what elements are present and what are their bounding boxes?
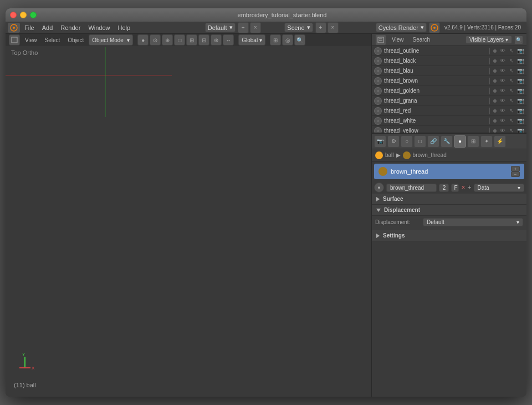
cursor-icon[interactable]: ↖ [508,127,515,133]
menu-render[interactable]: Render [57,23,84,32]
prop-object-icon[interactable]: □ [414,135,426,148]
outliner-view-btn[interactable]: View [388,36,407,43]
mat-remove-btn[interactable]: − [511,171,520,177]
menu-add[interactable]: Add [39,23,57,32]
viewport[interactable]: View Select Object Object Mode ▾ ● ⊙ ⊕ □… [6,34,371,397]
outliner-list[interactable]: ○ thread_outline 👁 ↖ 📷 ○ thread_black [372,46,526,133]
viewport-icon[interactable] [9,34,20,45]
cursor-icon[interactable]: ↖ [508,57,515,65]
outliner-item-thread-outline[interactable]: ○ thread_outline 👁 ↖ 📷 [372,46,526,56]
outliner-item-thread-blau[interactable]: ○ thread_blau 👁 ↖ 📷 [372,66,526,76]
eye-icon[interactable]: 👁 [499,127,507,133]
cursor-icon[interactable]: ↖ [508,47,515,55]
prop-particle-icon[interactable]: ✦ [480,135,493,148]
eye-icon[interactable]: 👁 [499,87,507,95]
menu-file[interactable]: File [21,23,38,32]
viewport-select-btn[interactable]: Select [42,37,63,44]
cursor-icon[interactable]: ↖ [508,117,515,125]
outliner-search-btn[interactable]: Search [410,36,434,43]
mat-data-dropdown[interactable]: Data ▾ [474,184,524,192]
viewport-btn-1[interactable]: ● [137,34,149,45]
close-button[interactable] [10,12,17,18]
mat-f-field[interactable]: F [451,184,459,192]
eye-icon[interactable]: 👁 [499,57,507,65]
surface-section-header[interactable]: Surface [372,194,526,205]
render-icon[interactable]: 📷 [516,107,524,115]
outliner-item-thread-white[interactable]: ○ thread_white 👁 ↖ 📷 [372,116,526,126]
prop-render-icon[interactable]: 📷 [374,135,386,148]
viewport-btn-3[interactable]: ⊕ [162,34,173,45]
render-icon[interactable]: 📷 [516,47,524,55]
cursor-icon[interactable]: ↖ [508,97,515,105]
eye-icon[interactable]: 👁 [499,47,507,55]
prop-constraint-icon[interactable]: 🔗 [427,135,439,148]
prop-material-icon[interactable]: ● [454,135,466,148]
eye-icon[interactable]: 👁 [499,77,507,85]
viewport-btn-5[interactable]: ⊞ [186,34,197,45]
scene-selector[interactable]: Scene ▾ [284,23,313,32]
prop-world-icon[interactable]: ○ [401,135,413,148]
render-icon[interactable]: 📷 [516,67,524,75]
maximize-button[interactable] [30,12,37,18]
viewport-btn-6[interactable]: ⊟ [198,34,209,45]
menu-help[interactable]: Help [115,23,134,32]
menu-window[interactable]: Window [85,23,113,32]
eye-icon[interactable]: 👁 [499,117,507,125]
mat-plus-btn[interactable]: + [468,184,472,191]
outliner-item-thread-red[interactable]: ○ thread_red 👁 ↖ 📷 [372,106,526,116]
viewport-btn-7[interactable]: ⊛ [211,34,222,45]
outliner-item-thread-grana[interactable]: ○ thread_grana 👁 ↖ 📷 [372,96,526,106]
render-icon[interactable]: 📷 [516,97,524,105]
viewport-btn-8[interactable]: ↔ [223,34,234,45]
global-selector[interactable]: Global ▾ [238,34,265,45]
mat-num-field[interactable]: 2 [439,184,449,192]
render-icon[interactable]: 📷 [516,117,524,125]
outliner-search-icon[interactable]: 🔍 [514,36,523,44]
mat-name-field[interactable]: brown_thread [386,184,437,192]
viewport-view-btn[interactable]: View [22,37,40,44]
prop-modifier-icon[interactable]: 🔧 [441,135,453,148]
viewport-extra-3[interactable]: 🔍 [294,34,305,45]
cursor-icon[interactable]: ↖ [508,77,515,85]
prop-texture-icon[interactable]: ⊞ [467,135,479,148]
layout-selector[interactable]: Default ▾ [205,23,236,32]
mode-selector[interactable]: Object Mode ▾ [89,34,133,45]
prop-scene-icon[interactable]: ⚙ [387,135,400,148]
cursor-icon[interactable]: ↖ [508,107,515,115]
render-icon[interactable]: 📷 [516,77,524,85]
minimize-button[interactable] [20,12,27,18]
blender-icon[interactable] [8,23,20,33]
viewport-object-btn[interactable]: Object [65,37,86,44]
render-icon[interactable]: 📷 [516,57,524,65]
visible-layers-btn[interactable]: Visible Layers ▾ [466,36,512,44]
material-slot-item[interactable]: brown_thread + − [374,164,524,179]
outliner-item-thread-black[interactable]: ○ thread_black 👁 ↖ 📷 [372,56,526,66]
viewport-btn-2[interactable]: ⊙ [150,34,161,45]
viewport-btn-4[interactable]: □ [174,34,185,45]
prop-physics-icon[interactable]: ⚡ [494,135,506,148]
render-icon[interactable]: 📷 [516,127,524,133]
viewport-extra-1[interactable]: ⊞ [270,34,281,45]
outliner-item-thread-brown[interactable]: ○ thread_brown 👁 ↖ 📷 [372,76,526,86]
cursor-icon[interactable]: ↖ [508,87,515,95]
render-icon[interactable]: 📷 [516,87,524,95]
eye-icon[interactable]: 👁 [499,97,507,105]
thread-golden-icon: ○ [374,87,382,95]
viewport-extra-2[interactable]: ◎ [282,34,293,45]
displacement-value[interactable]: Default ▾ [423,218,523,226]
settings-section-header[interactable]: Settings [372,230,526,241]
mat-x-btn[interactable]: × [461,184,465,191]
cursor-icon[interactable]: ↖ [508,67,515,75]
outliner-icon[interactable] [375,34,386,45]
displacement-section-header[interactable]: Displacement [372,205,526,216]
outliner-item-thread-golden[interactable]: ○ thread_golden 👁 ↖ 📷 [372,86,526,96]
engine-selector[interactable]: Cycles Render ▾ [376,23,427,32]
scene-add-btn[interactable]: + [315,22,326,33]
eye-icon[interactable]: 👁 [499,67,507,75]
outliner-item-thread-yellow[interactable]: ○ thread_yellow 👁 ↖ 📷 [372,126,526,133]
layout-add-btn[interactable]: + [238,22,249,33]
layout-close-btn[interactable]: × [250,22,261,33]
scene-close-btn[interactable]: × [328,22,339,33]
mat-add-btn[interactable]: + [511,166,520,171]
eye-icon[interactable]: 👁 [499,107,507,115]
